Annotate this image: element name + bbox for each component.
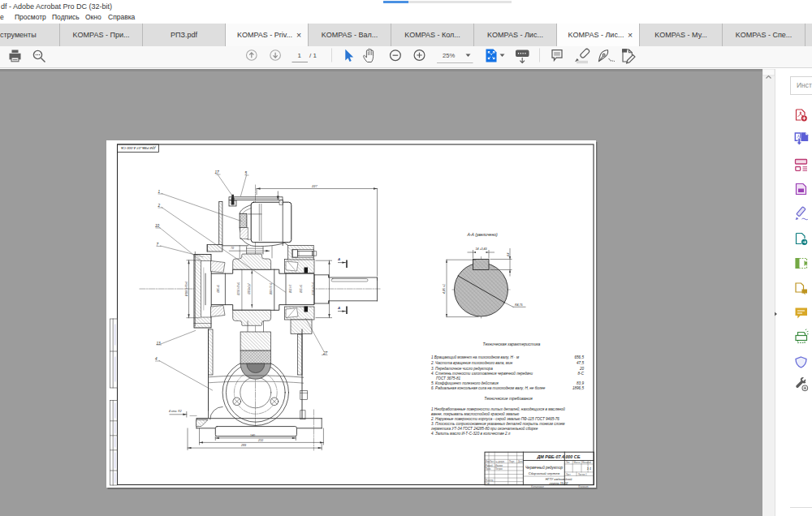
svg-text:Червячный редуктор: Червячный редуктор — [525, 465, 563, 470]
svg-text:656,5: 656,5 — [575, 355, 585, 359]
svg-text:210: 210 — [257, 439, 263, 442]
svg-text:5. Коэффициент полезного дейст: 5. Коэффициент полезного действия — [431, 381, 499, 385]
svg-text:7: 7 — [157, 243, 159, 247]
svg-text:227: 227 — [311, 184, 317, 188]
svg-text:1896,5: 1896,5 — [572, 386, 584, 390]
svg-text:группа 15-02: группа 15-02 — [550, 482, 569, 485]
svg-text:4 отв. R2: 4 отв. R2 — [169, 410, 182, 413]
svg-text:Сборочный чертеж: Сборочный чертеж — [529, 471, 561, 475]
svg-text:27: 27 — [322, 351, 328, 355]
svg-text:Масса: Масса — [574, 461, 581, 464]
svg-text:Лит.: Лит. — [566, 461, 570, 464]
svg-text:1: 1 — [298, 52, 302, 59]
svg-text:/ 1: / 1 — [309, 52, 317, 59]
svg-text:6. Радиальная консольная сила: 6. Радиальная консольная сила на тихоход… — [431, 386, 546, 390]
svg-text:Лист: Лист — [566, 473, 571, 476]
svg-text:10: 10 — [155, 224, 160, 228]
svg-text:47,5: 47,5 — [577, 361, 584, 365]
svg-text:1 Вращающий момент на тихоход: 1 Вращающий момент на тихоходном валу, Н… — [431, 355, 520, 359]
svg-text:1 Необработанные поверхности: 1 Необработанные поверхности литых детал… — [431, 406, 565, 411]
svg-text:8-С: 8-С — [578, 372, 585, 376]
svg-text:70: 70 — [231, 247, 234, 250]
svg-text:№ докум.: № докум. — [495, 461, 505, 463]
svg-text:Ø295 Н7/к6: Ø295 Н7/к6 — [237, 282, 240, 296]
svg-text:Листов 1: Листов 1 — [578, 473, 587, 476]
svg-text:Н.контр.: Н.контр. — [486, 479, 494, 482]
svg-text:Формат: Формат — [578, 485, 589, 488]
svg-text:А-А (увеличено): А-А (увеличено) — [466, 232, 498, 237]
svg-text:Техническая характеристика: Техническая характеристика — [483, 342, 541, 346]
svg-text:Пров.: Пров. — [486, 467, 491, 471]
svg-text:А: А — [337, 306, 340, 310]
svg-text:20: 20 — [579, 367, 585, 371]
svg-text:герметика УТ-34 ГОСТ 24285-80: герметика УТ-34 ГОСТ 24285-80 при оконча… — [431, 426, 538, 431]
svg-text:3. Передаточное число редуктор: 3. Передаточное число редуктора — [431, 367, 493, 371]
svg-text:3. Плоскость соприкосновения у: 3. Плоскость соприкосновения указанных д… — [431, 421, 565, 426]
svg-text:Утв.: Утв. — [486, 482, 490, 485]
svg-text:17: 17 — [215, 170, 220, 174]
svg-text:14 +0,43: 14 +0,43 — [475, 247, 486, 251]
svg-text:НГТУ им/заведной: НГТУ им/заведной — [546, 478, 572, 481]
svg-text:5: 5 — [245, 171, 248, 175]
svg-text:4. Степень точности изготовлен: 4. Степень точности изготовления червячн… — [431, 371, 533, 376]
svg-text:Ø350х2у7: Ø350х2у7 — [248, 283, 251, 295]
svg-text:Лист: Лист — [490, 460, 495, 463]
svg-text:13: 13 — [157, 342, 162, 346]
svg-text:289: 289 — [240, 444, 246, 447]
svg-text:Петров: Петров — [495, 467, 503, 471]
svg-text:R4,75: R4,75 — [515, 303, 523, 307]
svg-text:4,4: 4,4 — [507, 253, 510, 257]
svg-text:Ø180 Н7/л6: Ø180 Н7/л6 — [185, 282, 188, 297]
svg-text:2: 2 — [158, 204, 161, 208]
svg-text:Разраб.: Разраб. — [486, 464, 494, 467]
svg-text:Ø65 Н7: Ø65 Н7 — [289, 285, 292, 295]
svg-text:83,9: 83,9 — [577, 381, 584, 385]
svg-text:Иванов: Иванов — [495, 464, 503, 467]
svg-text:140: 140 — [250, 434, 255, 437]
svg-text:Ø80 Н7/л6: Ø80 Н7/л6 — [270, 282, 273, 295]
svg-text:Масштаб: Масштаб — [582, 461, 592, 464]
svg-text:ДМ РВБ-07.4.000 СБ: ДМ РВБ-07.4.000 СБ — [536, 454, 580, 459]
svg-text:ДМ РВБ-07.4.000 СБ: ДМ РВБ-07.4.000 СБ — [121, 146, 157, 150]
svg-text:ГОСТ 3675-81: ГОСТ 3675-81 — [436, 376, 460, 381]
svg-text:Ø65 е6: Ø65 е6 — [300, 285, 303, 294]
svg-text:2. Частота вращения тихоходног: 2. Частота вращения тихоходного вала, ми… — [430, 361, 513, 365]
svg-text:4,85 ч1: 4,85 ч1 — [443, 284, 446, 294]
svg-text:2. Наружные поверхности корпус: 2. Наружные поверхности корпуса - серой … — [430, 416, 559, 421]
svg-text:Технические требования: Технические требования — [484, 396, 533, 401]
svg-text:25%: 25% — [443, 52, 455, 59]
svg-text:Ø85 к6: Ø85 к6 — [217, 285, 220, 294]
svg-text:ванне, покрывать маслостойкой: ванне, покрывать маслостойкой красной эм… — [431, 411, 520, 416]
svg-text:Дата: Дата — [518, 460, 523, 463]
svg-text:А: А — [337, 257, 340, 261]
svg-text:4: 4 — [155, 357, 158, 361]
svg-text:Подп.: Подп. — [509, 460, 515, 463]
svg-text:Ø100 Н7/л6: Ø100 Н7/л6 — [312, 282, 315, 297]
svg-text:1:1: 1:1 — [587, 467, 592, 471]
svg-text:Копировал: Копировал — [531, 485, 544, 488]
svg-text:1: 1 — [158, 190, 161, 194]
svg-text:4. Залить масло И-Т-С-320 в ко: 4. Залить масло И-Т-С-320 в количестве 2… — [431, 432, 511, 436]
